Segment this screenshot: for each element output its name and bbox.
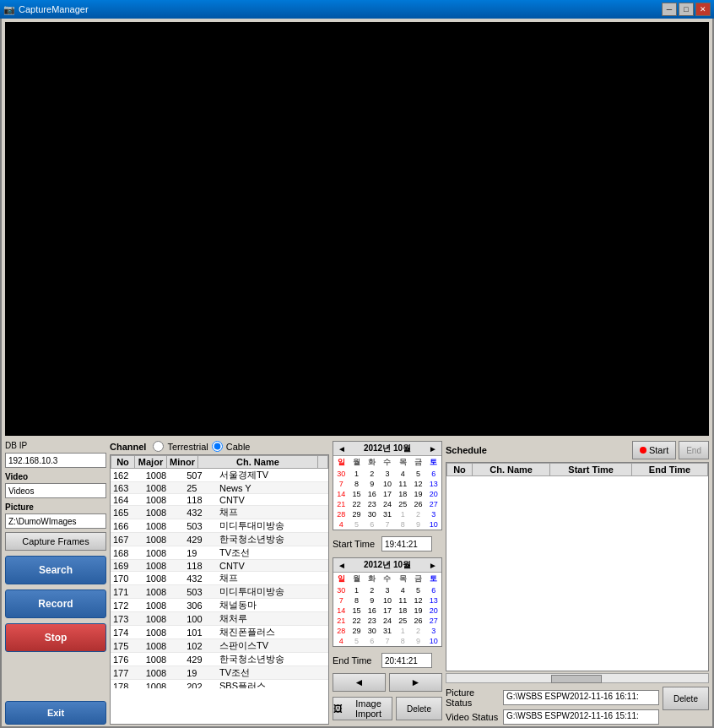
cal2-next-button[interactable]: ► [427, 561, 439, 570]
table-row[interactable]: 1711008503미디투대미방송 [111, 585, 328, 599]
calendar-day[interactable]: 4 [395, 469, 410, 479]
calendar-day[interactable]: 20 [426, 489, 441, 499]
sched-delete-button[interactable]: Delete [663, 687, 709, 710]
calendar-day[interactable]: 10 [380, 479, 395, 489]
calendar-day[interactable]: 28 [333, 626, 349, 636]
calendar-day[interactable]: 15 [349, 606, 364, 616]
calendar-day[interactable]: 4 [395, 585, 410, 595]
calendar-day[interactable]: 27 [426, 499, 441, 509]
calendar-day[interactable]: 8 [349, 479, 364, 489]
calendar-day[interactable]: 25 [395, 499, 410, 509]
calendar-day[interactable]: 29 [349, 626, 364, 636]
calendar-day[interactable]: 5 [349, 636, 364, 646]
close-button[interactable]: ✕ [695, 3, 711, 16]
calendar-day[interactable]: 3 [380, 585, 395, 595]
calendar-day[interactable]: 9 [410, 636, 425, 646]
calendar-day[interactable]: 10 [426, 636, 441, 646]
stop-button[interactable]: Stop [5, 623, 106, 652]
calendar-day[interactable]: 23 [365, 616, 380, 626]
search-button[interactable]: Search [5, 556, 106, 584]
cal-prev-button[interactable]: ◄ [333, 673, 386, 692]
picture-path-input[interactable] [5, 513, 106, 529]
table-row[interactable]: 1761008429한국청소년방송 [111, 653, 328, 666]
calendar-day[interactable]: 2 [410, 509, 425, 519]
table-row[interactable]: 1701008432채프 [111, 572, 328, 585]
calendar-day[interactable]: 7 [380, 636, 395, 646]
table-row[interactable]: 1651008432채프 [111, 506, 328, 519]
calendar-day[interactable]: 17 [380, 606, 395, 616]
calendar-day[interactable]: 2 [410, 626, 425, 636]
minimize-button[interactable]: ─ [662, 3, 677, 16]
image-import-button[interactable]: 🖼 Image Import [333, 697, 392, 720]
calendar-day[interactable]: 20 [426, 606, 441, 616]
sched-scrollbar[interactable] [446, 673, 709, 683]
calendar-day[interactable]: 28 [333, 509, 349, 519]
calendar-day[interactable]: 8 [395, 636, 410, 646]
table-row[interactable]: 1621008507서울경제TV [111, 469, 328, 482]
start-button[interactable]: Start [632, 441, 676, 459]
calendar-day[interactable]: 4 [333, 519, 349, 530]
table-row[interactable]: 1751008102스판이스TV [111, 639, 328, 653]
calendar-day[interactable]: 3 [426, 509, 441, 519]
calendar-day[interactable]: 1 [395, 626, 410, 636]
table-row[interactable]: 163100825News Y [111, 482, 328, 494]
terrestrial-radio[interactable] [153, 441, 164, 452]
calendar-day[interactable]: 13 [426, 595, 441, 606]
calendar-day[interactable]: 10 [380, 595, 395, 606]
calendar-day[interactable]: 7 [333, 595, 349, 606]
maximize-button[interactable]: □ [679, 3, 694, 16]
calendar-day[interactable]: 16 [365, 606, 380, 616]
calendar-day[interactable]: 31 [380, 509, 395, 519]
calendar-day[interactable]: 26 [410, 616, 425, 626]
record-button[interactable]: Record [5, 589, 106, 618]
calendar-day[interactable]: 9 [365, 595, 380, 606]
calendar-day[interactable]: 26 [410, 499, 425, 509]
calendar-day[interactable]: 27 [426, 616, 441, 626]
calendar-day[interactable]: 31 [380, 626, 395, 636]
table-row[interactable]: 168100819TV조선 [111, 546, 328, 560]
calendar-day[interactable]: 21 [333, 499, 349, 509]
calendar-day[interactable]: 30 [333, 585, 349, 595]
calendar-day[interactable]: 18 [395, 489, 410, 499]
db-ip-input[interactable] [5, 453, 106, 468]
calendar-day[interactable]: 16 [365, 489, 380, 499]
cal-next-button[interactable]: ► [389, 673, 442, 692]
calendar-day[interactable]: 9 [365, 479, 380, 489]
calendar-day[interactable]: 7 [333, 479, 349, 489]
calendar-day[interactable]: 12 [410, 595, 425, 606]
calendar-day[interactable]: 5 [410, 585, 425, 595]
table-row[interactable]: 1641008118CNTV [111, 494, 328, 506]
calendar-day[interactable]: 7 [380, 519, 395, 530]
calendar-day[interactable]: 1 [349, 585, 364, 595]
calendar-day[interactable]: 2 [365, 585, 380, 595]
cal-delete-button[interactable]: Delete [396, 697, 442, 720]
table-row[interactable]: 1781008202SBS플러스 [111, 680, 328, 689]
table-row[interactable]: 1731008100채처루 [111, 612, 328, 626]
table-row[interactable]: 1671008429한국청소년방송 [111, 533, 328, 546]
table-row[interactable]: 177100819TV조선 [111, 666, 328, 680]
calendar-day[interactable]: 19 [410, 489, 425, 499]
capture-frames-button[interactable]: Capture Frames [5, 532, 106, 551]
cable-radio[interactable] [212, 441, 223, 452]
cal2-prev-button[interactable]: ◄ [336, 561, 348, 570]
calendar-day[interactable]: 2 [365, 469, 380, 479]
calendar-day[interactable]: 13 [426, 479, 441, 489]
table-row[interactable]: 1661008503미디투대미방송 [111, 519, 328, 533]
calendar-day[interactable]: 6 [365, 636, 380, 646]
calendar-day[interactable]: 10 [426, 519, 441, 530]
calendar-day[interactable]: 15 [349, 489, 364, 499]
calendar-day[interactable]: 11 [395, 479, 410, 489]
calendar-day[interactable]: 18 [395, 606, 410, 616]
calendar-day[interactable]: 22 [349, 499, 364, 509]
calendar-day[interactable]: 5 [410, 469, 425, 479]
calendar-day[interactable]: 1 [395, 509, 410, 519]
table-row[interactable]: 1741008101채진폰플러스 [111, 626, 328, 639]
calendar-day[interactable]: 30 [365, 626, 380, 636]
exit-button[interactable]: Exit [5, 701, 106, 725]
channel-table-scroll[interactable]: 1621008507서울경제TV163100825News Y164100811… [111, 469, 328, 688]
calendar-day[interactable]: 4 [333, 636, 349, 646]
start-time-input[interactable] [381, 536, 432, 551]
calendar-day[interactable]: 12 [410, 479, 425, 489]
cal1-prev-button[interactable]: ◄ [336, 444, 348, 454]
calendar-day[interactable]: 5 [349, 519, 364, 530]
